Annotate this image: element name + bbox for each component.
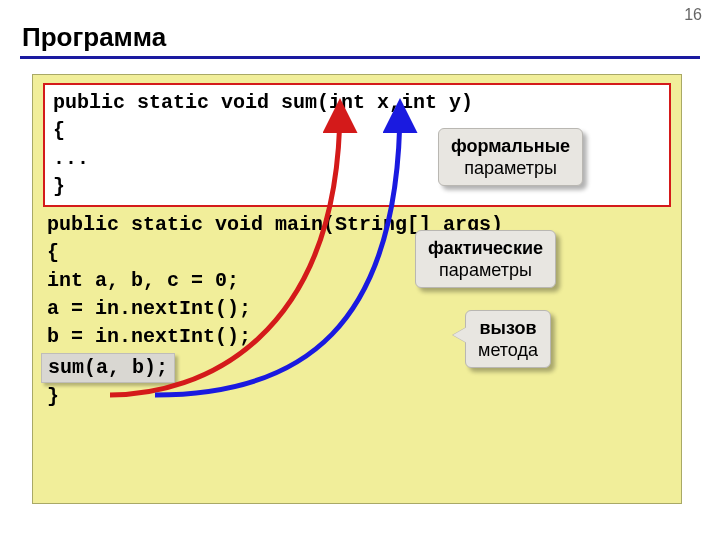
- code-line: public static void main(String[] args): [47, 211, 667, 239]
- callout-label-plain: параметры: [464, 158, 557, 178]
- callout-label-bold: формальные: [451, 136, 570, 156]
- callout-label-bold: вызов: [479, 318, 536, 338]
- code-line: }: [47, 383, 667, 411]
- code-line: sum(a, b);: [48, 356, 168, 379]
- title-divider: [20, 56, 700, 59]
- code-line: int a, b, c = 0;: [47, 267, 667, 295]
- code-line: a = in.nextInt();: [47, 295, 667, 323]
- code-line: public static void sum(int x,int y): [53, 89, 661, 117]
- callout-label-plain: параметры: [439, 260, 532, 280]
- callout-method-call: вызов метода: [465, 310, 551, 368]
- code-block: public static void sum(int x,int y) { ..…: [32, 74, 682, 504]
- page-number: 16: [684, 6, 702, 24]
- slide-title: Программа: [22, 22, 166, 53]
- callout-label-bold: фактические: [428, 238, 543, 258]
- call-highlight: sum(a, b);: [41, 353, 175, 383]
- code-line: {: [47, 239, 667, 267]
- code-line: b = in.nextInt();: [47, 323, 667, 351]
- callout-tail-icon: [453, 327, 467, 343]
- callout-actual-params: фактические параметры: [415, 230, 556, 288]
- callout-formal-params: формальные параметры: [438, 128, 583, 186]
- callout-label-plain: метода: [478, 340, 538, 360]
